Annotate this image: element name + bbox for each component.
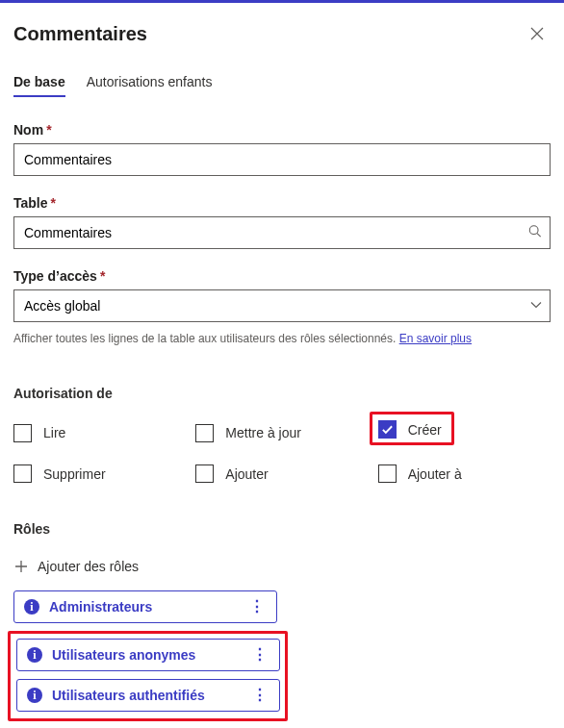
table-label: Table * — [13, 195, 551, 211]
permissions-section-label: Autorisation de — [13, 386, 551, 401]
access-type-select[interactable] — [13, 289, 551, 322]
close-icon — [530, 27, 544, 40]
add-roles-button[interactable]: Ajouter des rôles — [13, 556, 551, 577]
info-icon: i — [24, 599, 39, 615]
perm-label: Ajouter à — [408, 466, 462, 482]
role-more-button[interactable]: ⋮ — [248, 686, 271, 705]
role-chip-anonymous[interactable]: i Utilisateurs anonymes ⋮ — [16, 639, 280, 671]
perm-label: Supprimer — [43, 466, 106, 482]
permissions-grid: Lire Mettre à jour Créer Supprimer — [13, 420, 551, 483]
name-input[interactable] — [13, 143, 551, 176]
tab-child-permissions[interactable]: Autorisations enfants — [87, 74, 213, 97]
access-type-value[interactable] — [13, 289, 551, 322]
panel-title: Commentaires — [13, 23, 147, 45]
checkbox-checked[interactable] — [378, 420, 397, 439]
roles-highlight-box: i Utilisateurs anonymes ⋮ i Utilisateurs… — [8, 631, 288, 721]
perm-label: Ajouter — [225, 466, 268, 482]
table-label-text: Table — [13, 195, 48, 211]
table-lookup[interactable] — [13, 216, 551, 249]
highlight-box: Créer — [370, 412, 454, 445]
perm-read[interactable]: Lire — [13, 420, 186, 445]
learn-more-link[interactable]: En savoir plus — [399, 332, 472, 345]
info-icon: i — [27, 688, 42, 703]
perm-append-to[interactable]: Ajouter à — [378, 464, 551, 483]
required-marker: * — [100, 268, 105, 284]
plus-icon — [13, 559, 29, 574]
required-marker: * — [46, 122, 51, 138]
perm-label: Créer — [408, 422, 442, 438]
required-marker: * — [51, 195, 56, 211]
role-name: Administrateurs — [49, 599, 236, 615]
checkbox-unchecked[interactable] — [195, 424, 214, 442]
name-label-text: Nom — [13, 122, 43, 138]
perm-create[interactable]: Créer — [378, 420, 442, 439]
table-input[interactable] — [13, 216, 551, 249]
tab-list: De base Autorisations enfants — [13, 74, 551, 97]
perm-append[interactable]: Ajouter — [195, 464, 368, 483]
role-more-button[interactable]: ⋮ — [245, 597, 269, 616]
checkbox-unchecked[interactable] — [195, 464, 214, 483]
name-label: Nom * — [13, 122, 551, 138]
checkbox-unchecked[interactable] — [13, 464, 32, 483]
role-chip-admin[interactable]: i Administrateurs ⋮ — [13, 590, 277, 623]
checkbox-unchecked[interactable] — [378, 464, 397, 483]
info-icon: i — [27, 647, 42, 663]
roles-section-label: Rôles — [13, 521, 551, 537]
perm-label: Mettre à jour — [225, 425, 301, 440]
panel-header: Commentaires — [13, 20, 551, 47]
role-chip-authenticated[interactable]: i Utilisateurs authentifiés ⋮ — [16, 679, 280, 712]
role-more-button[interactable]: ⋮ — [248, 645, 271, 665]
access-type-label: Type d’accès * — [13, 268, 551, 284]
permissions-panel: Commentaires De base Autorisations enfan… — [0, 3, 564, 728]
role-name: Utilisateurs anonymes — [52, 647, 239, 663]
perm-update[interactable]: Mettre à jour — [195, 420, 368, 445]
add-roles-label: Ajouter des rôles — [38, 559, 139, 574]
close-button[interactable] — [524, 20, 551, 47]
check-icon — [381, 423, 394, 436]
helper-text: Afficher toutes les lignes de la table a… — [13, 332, 399, 345]
perm-create-highlight: Créer — [378, 420, 551, 445]
access-type-label-text: Type d’accès — [13, 268, 97, 284]
perm-label: Lire — [43, 425, 65, 440]
role-name: Utilisateurs authentifiés — [52, 688, 239, 703]
access-helper-text: Afficher toutes les lignes de la table a… — [13, 332, 551, 345]
tab-basic[interactable]: De base — [13, 74, 65, 97]
perm-delete[interactable]: Supprimer — [13, 464, 186, 483]
checkbox-unchecked[interactable] — [13, 424, 32, 442]
